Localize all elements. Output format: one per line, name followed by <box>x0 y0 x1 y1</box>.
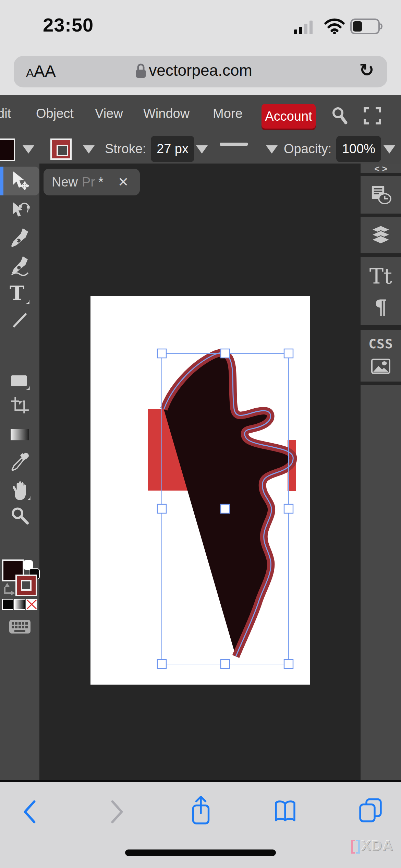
eyedropper-tool-icon <box>10 451 30 473</box>
tab-modified-star: * <box>98 175 104 190</box>
tool-curvature-pen[interactable] <box>0 254 39 278</box>
crop-tool-icon <box>10 396 30 416</box>
cellular-signal-icon <box>293 19 317 36</box>
fill-dropdown-icon[interactable] <box>23 145 34 154</box>
selection-handle-bottom-left[interactable] <box>157 660 166 668</box>
fill-color-swatch[interactable] <box>0 138 15 161</box>
gradient-swatch[interactable] <box>14 599 25 610</box>
stroke-width-dropdown-icon[interactable] <box>196 145 208 154</box>
black-swatch[interactable] <box>2 599 13 610</box>
background-swatch-hole <box>21 580 32 591</box>
tab-close-icon[interactable]: ✕ <box>118 174 129 190</box>
stroke-swatch-hole <box>57 145 68 156</box>
watermark-bracket-right: ] <box>356 837 361 854</box>
status-time: 23:50 <box>43 14 94 36</box>
tool-pen[interactable] <box>0 226 39 250</box>
move-tool-icon <box>9 170 31 192</box>
curvature-pen-tool-icon <box>9 255 31 277</box>
tab-title: New <box>52 175 78 190</box>
zoom-tool-icon <box>10 505 30 526</box>
tool-line[interactable] <box>0 308 39 333</box>
fullscreen-icon[interactable] <box>363 107 381 125</box>
xda-watermark: []XDA <box>350 837 394 854</box>
paragraph-panel-button[interactable]: ¶ <box>375 296 387 319</box>
none-swatch[interactable] <box>26 599 37 610</box>
selection-handle-center[interactable] <box>221 504 230 513</box>
forward-button[interactable] <box>106 799 127 824</box>
gradient-tool-icon <box>9 426 31 444</box>
layers-icon <box>369 225 392 246</box>
menu-item-more[interactable]: More <box>213 106 243 121</box>
opacity-dropdown-icon[interactable] <box>384 145 395 154</box>
panel-group-empty <box>361 385 401 780</box>
selection-handle-mid-left[interactable] <box>157 504 166 513</box>
css-panel-button[interactable]: CSS <box>368 336 393 351</box>
stroke-label: Stroke: <box>105 142 146 156</box>
watermark-bracket-left: [ <box>350 837 356 854</box>
panel-group-export: CSS <box>361 330 401 382</box>
menu-item-object[interactable]: Object <box>36 106 74 121</box>
selection-handle-bottom-center[interactable] <box>221 660 230 668</box>
home-indicator[interactable] <box>125 849 276 856</box>
url-domain[interactable]: vectorpea.com <box>149 61 252 79</box>
selection-handle-bottom-right[interactable] <box>284 660 293 668</box>
svg-text:T: T <box>9 284 24 305</box>
opacity-label: Opacity: <box>284 142 331 156</box>
panel-group-history[interactable] <box>361 176 401 214</box>
panel-group-layers[interactable] <box>361 217 401 253</box>
panel-collapse-handle[interactable]: < > <box>361 164 401 173</box>
tool-direct-select[interactable] <box>0 198 39 223</box>
artboard[interactable] <box>90 296 310 685</box>
tab-title-faded: Pr <box>82 175 95 190</box>
image-panel-icon[interactable] <box>370 358 391 375</box>
collapse-handle-label: < > <box>374 164 387 174</box>
keyboard-icon[interactable] <box>9 619 31 634</box>
account-button[interactable]: Account <box>262 104 316 129</box>
tool-gradient[interactable] <box>0 422 39 447</box>
stroke-style-dropdown-icon[interactable] <box>266 145 278 154</box>
selection-handle-mid-right[interactable] <box>284 504 293 513</box>
artwork-canvas <box>90 296 310 685</box>
wifi-icon <box>324 18 345 35</box>
panel-group-type: Tt ¶ <box>361 257 401 325</box>
history-icon <box>370 185 392 205</box>
tool-crop[interactable] <box>0 394 39 418</box>
pen-tool-icon <box>9 227 31 249</box>
selection-handle-top-left[interactable] <box>157 349 166 358</box>
rectangle-tool-icon <box>9 372 31 392</box>
watermark-label: XDA <box>361 837 394 854</box>
selection-handle-top-right[interactable] <box>284 349 293 358</box>
tool-zoom[interactable] <box>0 503 39 528</box>
stroke-color-swatch[interactable] <box>50 138 72 160</box>
tool-rectangle[interactable] <box>0 370 39 394</box>
hand-tool-icon <box>9 480 31 502</box>
selection-handle-top-center[interactable] <box>221 349 230 358</box>
battery-icon <box>350 18 385 35</box>
menu-item-edit[interactable]: dit <box>0 106 11 121</box>
selected-tool-indicator <box>0 167 3 195</box>
document-tab[interactable]: New Pr * ✕ <box>44 169 140 195</box>
refresh-icon[interactable]: ↻ <box>359 60 374 80</box>
stroke-width-input[interactable]: 27 px <box>151 136 194 162</box>
character-panel-button[interactable]: Tt <box>369 264 392 289</box>
search-icon[interactable] <box>330 106 349 125</box>
menu-item-window[interactable]: Window <box>143 106 190 121</box>
bookmarks-button[interactable] <box>272 799 298 823</box>
direct-select-tool-icon <box>10 200 30 221</box>
stroke-dropdown-icon[interactable] <box>83 145 95 154</box>
tool-hand[interactable] <box>0 479 39 503</box>
share-button[interactable] <box>188 795 214 825</box>
back-button[interactable] <box>20 799 40 824</box>
tabs-button[interactable] <box>357 797 384 823</box>
tool-text[interactable]: T <box>0 282 39 307</box>
tool-move[interactable] <box>0 167 39 195</box>
tool-eyedropper[interactable] <box>0 450 39 474</box>
stroke-style-preview[interactable] <box>220 143 248 146</box>
swap-colors-icon[interactable] <box>3 581 17 597</box>
opacity-input[interactable]: 100% <box>336 136 381 162</box>
line-tool-icon <box>10 310 30 330</box>
background-color-swatch[interactable] <box>15 575 37 596</box>
menu-item-view[interactable]: View <box>95 106 123 121</box>
text-tool-icon: T <box>9 284 31 306</box>
